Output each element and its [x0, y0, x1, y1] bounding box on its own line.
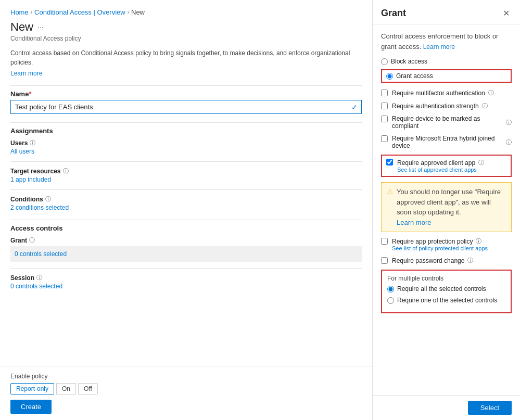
name-input[interactable]: [10, 100, 362, 114]
require-mfa-label: Require multifactor authentication: [392, 90, 485, 97]
target-resources-assignment: Target resources ⓘ 1 app included: [10, 167, 362, 183]
page-title: New: [10, 20, 33, 34]
require-all-option[interactable]: Require all the selected controls: [387, 285, 505, 292]
grant-body: Control access enforcement to block or g…: [373, 25, 520, 395]
require-hybrid-joined-info-icon[interactable]: ⓘ: [506, 138, 512, 146]
users-label: Users: [10, 139, 28, 147]
require-approved-app-info-icon[interactable]: ⓘ: [478, 159, 484, 167]
name-section: Name* ✓: [10, 85, 362, 114]
require-device-compliant-label: Require device to be marked as compliant: [392, 115, 503, 130]
grant-access-radio[interactable]: [386, 73, 393, 80]
page-description: Control access based on Conditional Acce…: [10, 48, 362, 67]
block-access-option[interactable]: Block access: [381, 58, 512, 65]
access-controls-title: Access controls: [10, 224, 362, 232]
require-all-label: Require all the selected controls: [397, 285, 486, 292]
require-all-radio[interactable]: [387, 286, 394, 292]
require-one-radio[interactable]: [387, 297, 394, 304]
close-button[interactable]: ✕: [501, 7, 512, 19]
require-password-change-info-icon[interactable]: ⓘ: [467, 257, 473, 264]
report-only-toggle[interactable]: Report-only: [10, 383, 54, 394]
conditions-label: Conditions: [10, 196, 43, 203]
breadcrumb-home[interactable]: Home: [10, 8, 29, 16]
warning-icon: ⚠: [387, 187, 394, 196]
block-access-radio[interactable]: [381, 58, 388, 65]
grant-highlight-box[interactable]: 0 controls selected: [10, 246, 362, 262]
grant-info-icon[interactable]: ⓘ: [29, 236, 35, 244]
grant-learn-more-link[interactable]: Learn more: [423, 43, 455, 50]
grant-header: Grant ✕: [373, 0, 520, 25]
require-mfa-option: Require multifactor authentication ⓘ: [381, 89, 512, 97]
breadcrumb-conditional-access[interactable]: Conditional Access | Overview: [34, 8, 125, 16]
name-field-label: Name*: [10, 90, 362, 98]
warning-box: ⚠ You should no longer use "Require appr…: [381, 182, 512, 232]
warning-learn-more-link[interactable]: Learn more: [397, 219, 431, 226]
require-approved-app-label: Require approved client app: [397, 159, 475, 167]
grant-access-highlighted-box[interactable]: Grant access: [381, 69, 512, 83]
off-toggle[interactable]: Off: [78, 383, 98, 394]
enable-policy-section: Enable policy Report-only On Off Create: [0, 366, 372, 420]
require-one-option[interactable]: Require one of the selected controls: [387, 297, 505, 304]
grant-label: Grant: [10, 237, 27, 244]
target-resources-value[interactable]: 1 app included: [10, 176, 362, 183]
users-value[interactable]: All users: [10, 148, 362, 155]
create-button[interactable]: Create: [10, 400, 52, 414]
breadcrumb: Home › Conditional Access | Overview › N…: [10, 8, 362, 16]
target-resources-label: Target resources: [10, 168, 61, 175]
learn-more-link[interactable]: Learn more: [10, 70, 42, 77]
conditions-info-icon[interactable]: ⓘ: [45, 195, 51, 203]
require-hybrid-joined-checkbox[interactable]: [381, 135, 388, 142]
require-auth-strength-option: Require authentication strength ⓘ: [381, 102, 512, 110]
assignments-title: Assignments: [10, 127, 362, 135]
grant-panel: Grant ✕ Control access enforcement to bl…: [373, 0, 520, 420]
multiple-controls-title: For multiple controls: [387, 275, 505, 282]
check-icon: ✓: [351, 103, 358, 111]
select-button[interactable]: Select: [468, 401, 512, 415]
require-auth-strength-info-icon[interactable]: ⓘ: [482, 102, 488, 110]
assignments-section: Assignments Users ⓘ All users Target res…: [10, 122, 362, 211]
approved-app-link[interactable]: See list of approved client apps: [397, 167, 484, 173]
grant-access-control: Grant ⓘ 0 controls selected: [10, 236, 362, 262]
require-hybrid-joined-label: Require Microsoft Entra hybrid joined de…: [392, 135, 503, 149]
app-protection-link[interactable]: See list of policy protected client apps: [392, 245, 488, 251]
require-hybrid-joined-option: Require Microsoft Entra hybrid joined de…: [381, 135, 512, 149]
require-password-change-label: Require password change: [392, 257, 464, 264]
grant-title: Grant: [381, 8, 406, 19]
grant-footer: Select: [373, 395, 520, 420]
users-assignment: Users ⓘ All users: [10, 139, 362, 155]
session-controls-value[interactable]: 0 controls selected: [10, 283, 362, 290]
multiple-controls-box: For multiple controls Require all the se…: [381, 270, 512, 313]
require-app-protection-info-icon[interactable]: ⓘ: [476, 237, 481, 245]
require-mfa-info-icon[interactable]: ⓘ: [488, 89, 494, 97]
grant-description: Control access enforcement to block or g…: [381, 31, 512, 52]
left-panel: Home › Conditional Access | Overview › N…: [0, 0, 373, 420]
require-mfa-checkbox[interactable]: [381, 90, 388, 96]
require-password-change-checkbox[interactable]: [381, 257, 388, 264]
warning-text: You should no longer use "Require approv…: [397, 187, 506, 227]
target-resources-info-icon[interactable]: ⓘ: [63, 167, 69, 175]
on-toggle[interactable]: On: [56, 383, 76, 394]
require-app-protection-label: Require app protection policy: [392, 238, 473, 245]
grant-controls-value[interactable]: 0 controls selected: [15, 250, 358, 258]
session-access-control: Session ⓘ 0 controls selected: [10, 274, 362, 290]
access-controls-section: Access controls Grant ⓘ 0 controls selec…: [10, 220, 362, 290]
breadcrumb-new: New: [131, 8, 145, 16]
require-password-change-option: Require password change ⓘ: [381, 257, 512, 264]
session-info-icon[interactable]: ⓘ: [36, 274, 42, 282]
conditions-value[interactable]: 2 conditions selected: [10, 204, 362, 211]
ellipsis-button[interactable]: ···: [37, 23, 44, 31]
block-access-label: Block access: [391, 58, 427, 65]
conditions-assignment: Conditions ⓘ 2 conditions selected: [10, 195, 362, 211]
page-title-row: New ···: [10, 20, 362, 34]
require-auth-strength-checkbox[interactable]: [381, 103, 388, 109]
session-label: Session: [10, 274, 34, 282]
require-app-protection-checkbox[interactable]: [381, 238, 388, 245]
users-info-icon[interactable]: ⓘ: [30, 139, 35, 147]
grant-access-label: Grant access: [396, 72, 433, 80]
toggle-row: Report-only On Off: [10, 383, 362, 394]
breadcrumb-sep2: ›: [128, 9, 129, 15]
require-device-compliant-checkbox[interactable]: [381, 116, 388, 122]
require-approved-app-checkbox[interactable]: [386, 159, 393, 166]
require-device-compliant-info-icon[interactable]: ⓘ: [506, 119, 512, 126]
require-device-compliant-option: Require device to be marked as compliant…: [381, 115, 512, 130]
require-approved-app-highlighted-box: Require approved client app ⓘ See list o…: [381, 155, 512, 177]
